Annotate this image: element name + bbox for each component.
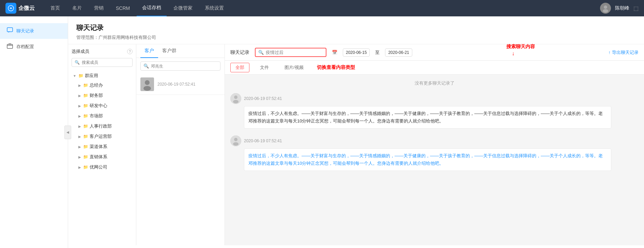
customer-list: 2020-06-19 07:52:41: [136, 74, 225, 95]
tree-node-text-1: 财务部: [90, 92, 103, 99]
page-subtitle: 管理范围：广州群应用网络科技有限公司: [76, 34, 636, 41]
help-icon[interactable]: ?: [127, 49, 133, 54]
tab-customer-group[interactable]: 客户群: [158, 44, 181, 58]
tree-arrow-1: ▶: [78, 94, 81, 98]
filter-annotation-label: 切换查看内容类型: [317, 64, 355, 71]
customer-info: 2020-06-19 07:52:41: [157, 82, 220, 87]
archive-icon: [7, 43, 13, 50]
message-group-1: 2020-06-19 07:52:41 疫情过后，不少人有焦虑。——关于财富与生…: [230, 135, 639, 171]
tree-node-text-4: 人事行政部: [90, 123, 112, 129]
nav-item-settings[interactable]: 系统设置: [199, 0, 229, 16]
tree-node-5: ▶ 📁 客户运营部: [77, 131, 133, 142]
date-from[interactable]: 2020-06-15: [343, 48, 370, 57]
chat-title: 聊天记录: [230, 49, 249, 56]
message-content-1: 疫情过后，不少人有焦虑。——关于财富与生存的，——关于情感婚姻的，——关于健康的…: [244, 148, 611, 171]
member-panel: 选择成员 ? 🔍 ▼ 📁 群应用: [68, 44, 136, 245]
tab-customer[interactable]: 客户: [140, 44, 158, 58]
no-more-message: 没有更多聊天记录了: [230, 80, 639, 86]
export-button[interactable]: ↑ 导出聊天记录: [609, 49, 639, 56]
app-logo: 企微云: [5, 3, 35, 14]
svg-point-10: [234, 96, 237, 99]
svg-rect-3: [7, 28, 13, 32]
tree-folder-4: 📁: [83, 124, 88, 129]
tree-node-text-3: 市场部: [90, 113, 103, 119]
nav-items: 首页 名片 营销 SCRM 会话存档 企微管家 系统设置: [45, 0, 600, 16]
tree-node-2: ▶ 📁 研发中心: [77, 101, 133, 111]
tree-arrow-3: ▶: [78, 114, 81, 118]
member-search-icon: 🔍: [75, 60, 80, 65]
svg-point-13: [234, 138, 237, 141]
nav-item-card[interactable]: 名片: [67, 0, 87, 16]
chat-icon: [7, 27, 13, 35]
member-search-box[interactable]: 🔍: [72, 58, 133, 67]
tree-node-3: ▶ 📁 市场部: [77, 111, 133, 121]
tree-children: ▶ 📁 总经办 ▶ 📁 财务部: [72, 80, 133, 172]
avatar: [600, 3, 611, 14]
message-avatar-0: [230, 93, 241, 104]
tree-node-text-8: 优网公司: [90, 164, 107, 170]
customer-time: 2020-06-19 07:52:41: [157, 82, 220, 87]
tree-node-text-0: 总经办: [90, 82, 103, 88]
tree-node-8: ▶ 📁 优网公司: [77, 162, 133, 172]
sidebar-toggle[interactable]: ◀: [64, 126, 71, 139]
chat-search-input[interactable]: [266, 50, 323, 55]
export-icon: ↑: [609, 50, 611, 55]
tree-root-node: ▼ 📁 群应用 ▶ 📁 总经办: [72, 70, 133, 173]
page-title: 聊天记录: [76, 23, 636, 32]
nav-item-marketing[interactable]: 营销: [89, 0, 109, 16]
member-panel-title: 选择成员: [72, 48, 89, 55]
tree-arrow-4: ▶: [78, 125, 81, 128]
tree-folder-2: 📁: [83, 103, 88, 108]
tree-arrow-7: ▶: [78, 155, 81, 159]
tree-arrow-5: ▶: [78, 135, 81, 138]
tree-folder-5: 📁: [83, 134, 88, 139]
nav-item-scrm[interactable]: SCRM: [110, 0, 135, 16]
chat-panel-header: 聊天记录 🔍 📅 2020-06-15 至 2020-06-21: [225, 44, 644, 61]
customer-search-input[interactable]: [151, 64, 217, 69]
tree-node-7: ▶ 📁 直销体系: [77, 152, 133, 162]
user-name: 陈朝峰: [615, 5, 629, 11]
member-search-input[interactable]: [82, 60, 129, 65]
tree-folder-3: 📁: [83, 114, 88, 118]
nav-item-chat-archive[interactable]: 会话存档: [137, 0, 167, 16]
filter-file[interactable]: 文件: [255, 63, 274, 72]
chat-search-icon: 🔍: [258, 50, 264, 55]
customer-search-box[interactable]: 🔍: [140, 61, 220, 71]
logout-button[interactable]: ⬚: [633, 5, 639, 12]
nav-item-manager[interactable]: 企微管家: [168, 0, 198, 16]
page-header: 聊天记录 管理范围：广州群应用网络科技有限公司: [68, 16, 644, 44]
calendar-icon: 📅: [332, 50, 337, 55]
nav-right: 陈朝峰 ⬚: [600, 3, 639, 14]
svg-rect-5: [9, 44, 11, 45]
tree-node-text-5: 客户运营部: [90, 133, 112, 140]
message-content-0: 疫情过后，不少人有焦虑。——关于财富与生存的，——关于情感婚姻的，——关于健康的…: [244, 106, 611, 129]
sidebar-item-archive[interactable]: 存档配置: [0, 39, 68, 55]
customer-search-icon: 🔍: [143, 63, 149, 69]
svg-point-8: [143, 86, 151, 91]
message-time-1: 2020-06-19 07:52:41: [244, 138, 282, 143]
chat-panel-header-wrapper: 搜索聊天内容 ↓ 聊天记录 🔍 📅 2020-06-15 至: [225, 44, 644, 61]
nav-item-home[interactable]: 首页: [45, 0, 65, 16]
tree-folder-1: 📁: [83, 93, 88, 98]
tree-node-4: ▶ 📁 人事行政部: [77, 121, 133, 131]
customer-tabs: 客户 客户群: [136, 44, 225, 58]
tree-folder-8: 📁: [83, 165, 88, 170]
svg-point-14: [233, 142, 239, 146]
chat-search-box[interactable]: 🔍: [255, 48, 326, 57]
main-layout: ◀ 聊天记录 存档配置 聊天记录: [0, 16, 644, 248]
tree-root-arrow: ▼: [73, 74, 76, 78]
tree-root-label[interactable]: ▼ 📁 群应用: [72, 71, 133, 80]
list-item[interactable]: 2020-06-19 07:52:41: [136, 74, 225, 95]
inner-layout: 选择成员 ? 🔍 ▼ 📁 群应用: [68, 44, 644, 245]
tree-arrow-8: ▶: [78, 165, 81, 169]
message-header-1: 2020-06-19 07:52:41: [230, 135, 639, 146]
date-to[interactable]: 2020-06-21: [385, 48, 412, 57]
date-separator: 至: [375, 49, 380, 56]
filter-image-video[interactable]: 图片/视频: [279, 63, 309, 72]
filter-all[interactable]: 全部: [230, 63, 249, 72]
filter-row-wrapper: 全部 文件 图片/视频 切换查看内容类型: [225, 61, 644, 75]
sidebar-item-chat[interactable]: 聊天记录: [0, 23, 68, 39]
chat-messages: 没有更多聊天记录了 2020-06-19 07:52:41 疫情过后，不少人有焦…: [225, 75, 644, 245]
tree-arrow-2: ▶: [78, 104, 81, 108]
sidebar-chat-label: 聊天记录: [16, 28, 34, 34]
